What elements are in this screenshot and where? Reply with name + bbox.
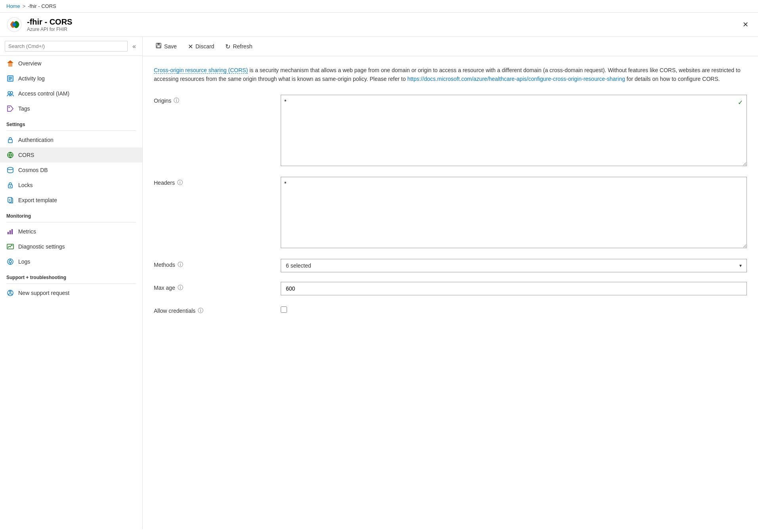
max-age-label-text: Max age	[154, 285, 175, 291]
support-divider	[6, 283, 136, 284]
cors-link[interactable]: Cross-origin resource sharing (CORS)	[154, 67, 248, 74]
origins-textarea[interactable]	[281, 95, 747, 166]
cors-docs-link[interactable]: https://docs.microsoft.com/azure/healthc…	[407, 76, 625, 82]
sidebar-item-label: Cosmos DB	[18, 167, 48, 173]
headers-textarea[interactable]	[281, 177, 747, 248]
export-template-icon	[6, 196, 14, 204]
sidebar-item-diagnostic-settings[interactable]: Diagnostic settings	[0, 239, 142, 254]
sidebar-item-metrics[interactable]: Metrics	[0, 224, 142, 239]
svg-point-26	[9, 260, 11, 263]
svg-rect-12	[8, 140, 12, 143]
headers-label-text: Headers	[154, 180, 175, 186]
sidebar-item-cosmos-db[interactable]: Cosmos DB	[0, 163, 142, 178]
save-icon	[155, 42, 162, 50]
sidebar-item-activity-log[interactable]: Activity log	[0, 71, 142, 86]
origins-label-text: Origins	[154, 98, 171, 104]
svg-point-30	[10, 291, 11, 293]
logs-icon	[6, 258, 14, 266]
methods-row: Methods ⓘ 6 selected ▾	[154, 259, 747, 272]
page-title: -fhir - CORS	[27, 17, 72, 27]
settings-section-label: Settings	[0, 116, 142, 129]
max-age-row: Max age ⓘ	[154, 282, 747, 295]
svg-rect-18	[8, 197, 11, 202]
diagnostic-settings-icon	[6, 243, 14, 251]
sidebar-item-cors[interactable]: CORS	[0, 147, 142, 163]
discard-label: Discard	[195, 43, 214, 50]
header-text: -fhir - CORS Azure API for FHIR	[27, 17, 72, 32]
monitoring-section-label: Monitoring	[0, 208, 142, 220]
methods-value: 6 selected	[286, 262, 311, 269]
sidebar-item-locks[interactable]: Locks	[0, 178, 142, 193]
discard-button[interactable]: ✕ Discard	[183, 40, 219, 53]
breadcrumb-current: -fhir - CORS	[28, 3, 56, 9]
sidebar-item-label: Logs	[18, 258, 30, 265]
methods-info-icon[interactable]: ⓘ	[178, 261, 183, 268]
breadcrumb-home[interactable]: Home	[6, 3, 20, 9]
origins-control: ✓	[281, 95, 747, 167]
methods-label-text: Methods	[154, 262, 175, 268]
methods-dropdown-arrow: ▾	[739, 263, 742, 268]
monitoring-divider	[6, 222, 136, 222]
sidebar-item-export-template[interactable]: Export template	[0, 193, 142, 208]
sidebar-item-authentication[interactable]: Authentication	[0, 132, 142, 147]
allow-credentials-control	[281, 305, 747, 314]
origins-label: Origins ⓘ	[154, 95, 281, 104]
svg-marker-10	[8, 106, 13, 111]
methods-dropdown[interactable]: 6 selected ▾	[281, 259, 747, 272]
sidebar-item-access-control[interactable]: Access control (IAM)	[0, 86, 142, 101]
allow-credentials-checkbox[interactable]	[281, 306, 287, 313]
max-age-input[interactable]	[281, 282, 747, 295]
max-age-info-icon[interactable]: ⓘ	[178, 284, 183, 291]
sidebar-item-overview[interactable]: Overview	[0, 56, 142, 71]
search-input[interactable]	[5, 41, 128, 52]
page-header: -fhir - CORS Azure API for FHIR ✕	[0, 13, 758, 37]
sidebar-search-area: «	[0, 37, 142, 56]
methods-control: 6 selected ▾	[281, 259, 747, 272]
sidebar-item-label: Diagnostic settings	[18, 243, 65, 250]
save-button[interactable]: Save	[151, 40, 182, 53]
content-area: Save ✕ Discard ↻ Refresh Cross-origin re…	[143, 37, 758, 529]
allow-credentials-row: Allow credentials ⓘ	[154, 305, 747, 314]
svg-rect-23	[11, 229, 13, 234]
refresh-icon: ↻	[225, 43, 230, 50]
svg-point-1	[12, 23, 16, 27]
headers-label: Headers ⓘ	[154, 177, 281, 186]
sidebar-item-label: CORS	[18, 152, 34, 158]
max-age-control	[281, 282, 747, 295]
settings-divider	[6, 130, 136, 131]
overview-icon	[6, 59, 14, 67]
sidebar-item-new-support[interactable]: New support request	[0, 285, 142, 300]
max-age-label: Max age ⓘ	[154, 282, 281, 291]
allow-credentials-label: Allow credentials ⓘ	[154, 305, 281, 314]
origins-checkmark: ✓	[738, 99, 743, 106]
fhir-icon	[6, 17, 22, 33]
breadcrumb-separator: >	[23, 3, 26, 9]
origins-info-icon[interactable]: ⓘ	[174, 97, 179, 104]
sidebar-item-logs[interactable]: Logs	[0, 254, 142, 269]
headers-info-icon[interactable]: ⓘ	[177, 179, 183, 186]
allow-credentials-info-icon[interactable]: ⓘ	[198, 307, 203, 314]
sidebar-item-label: Metrics	[18, 228, 36, 235]
sidebar-item-tags[interactable]: Tags	[0, 101, 142, 116]
cors-content: Cross-origin resource sharing (CORS) is …	[143, 56, 758, 333]
refresh-button[interactable]: ↻ Refresh	[220, 40, 257, 53]
sidebar-item-label: Tags	[18, 105, 30, 112]
sidebar-item-label: Overview	[18, 60, 41, 67]
main-layout: « Overview Acti	[0, 37, 758, 529]
support-section-label: Support + troubleshooting	[0, 269, 142, 282]
save-label: Save	[164, 43, 177, 50]
close-button[interactable]: ✕	[739, 19, 752, 31]
svg-point-15	[8, 167, 13, 170]
toolbar: Save ✕ Discard ↻ Refresh	[143, 37, 758, 56]
sidebar-item-label: Authentication	[18, 137, 54, 143]
sidebar-collapse-button[interactable]: «	[131, 42, 138, 51]
cors-description: Cross-origin resource sharing (CORS) is …	[154, 66, 747, 84]
headers-control	[281, 177, 747, 249]
sidebar-item-label: Activity log	[18, 75, 45, 82]
svg-rect-21	[8, 232, 9, 234]
breadcrumb: Home > -fhir - CORS	[0, 0, 758, 13]
metrics-icon	[6, 228, 14, 235]
sidebar-item-label: New support request	[18, 290, 69, 296]
authentication-icon	[6, 136, 14, 144]
sidebar: « Overview Acti	[0, 37, 143, 529]
